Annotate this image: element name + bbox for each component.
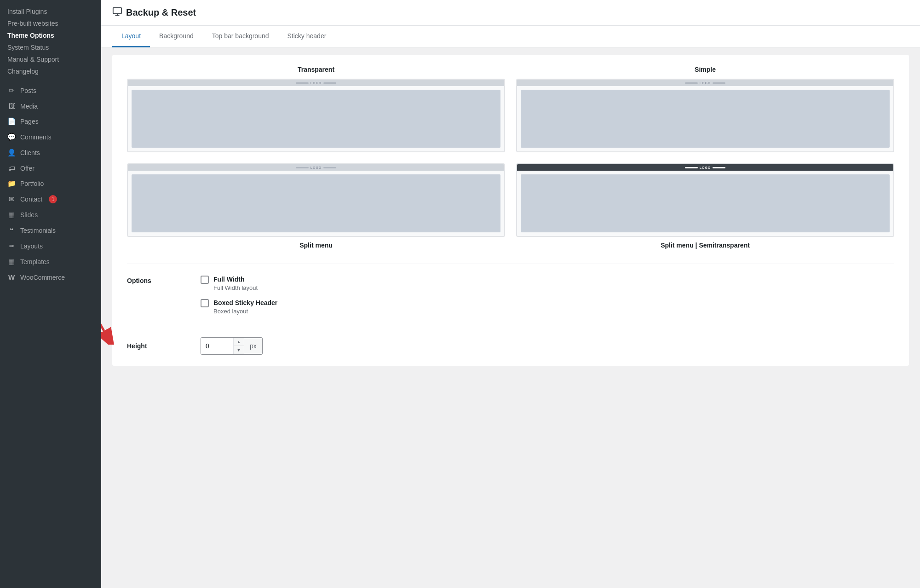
preview-topbar-transparent: LOGO (128, 80, 504, 86)
layout-option-split-menu[interactable]: LOGO Split menu (127, 163, 505, 249)
sidebar-item-templates[interactable]: ▦ Templates (0, 254, 101, 270)
sidebar-item-system-status[interactable]: System Status (0, 41, 101, 53)
preview-topbar-split: LOGO (128, 164, 504, 171)
posts-icon: ✏ (7, 86, 16, 95)
full-width-label: Full Width (213, 275, 258, 283)
preview-topbar-simple: LOGO (517, 80, 893, 86)
sidebar-item-posts[interactable]: ✏ Posts (0, 83, 101, 98)
contact-badge: 1 (49, 195, 57, 203)
sidebar-item-manual-support[interactable]: Manual & Support (0, 53, 101, 65)
svg-rect-0 (113, 8, 121, 14)
sidebar-item-pre-built-websites[interactable]: Pre-built websites (0, 17, 101, 29)
layout-option-simple[interactable]: Simple LOGO (516, 66, 894, 152)
height-input-group: ▲ ▼ px (201, 337, 263, 355)
height-decrement-button[interactable]: ▼ (234, 346, 244, 354)
sidebar-item-pages[interactable]: 📄 Pages (0, 114, 101, 129)
sidebar-item-portfolio[interactable]: 📁 Portfolio (0, 176, 101, 191)
header-bar: Backup & Reset (101, 0, 920, 26)
preview-line (685, 167, 698, 168)
tabs-bar: Layout Background Top bar background Sti… (101, 26, 920, 47)
layout-preview-transparent: LOGO (127, 79, 505, 152)
sidebar-item-media[interactable]: 🖼 Media (0, 98, 101, 114)
clients-icon: 👤 (7, 149, 16, 157)
preview-logo: LOGO (700, 81, 711, 85)
sidebar-item-clients[interactable]: 👤 Clients (0, 145, 101, 161)
preview-line-right (323, 167, 336, 168)
tab-layout[interactable]: Layout (112, 26, 150, 47)
preview-content-semi (521, 174, 890, 232)
option-full-width: Full Width Full Width layout (201, 275, 277, 291)
layout-options-grid: Transparent LOGO Simple (127, 66, 894, 249)
tab-top-bar-background[interactable]: Top bar background (203, 26, 278, 47)
comments-icon: 💬 (7, 133, 16, 141)
full-width-checkbox[interactable] (201, 276, 209, 284)
preview-line (685, 82, 698, 84)
height-input[interactable] (201, 339, 233, 353)
options-section: Options Full Width Full Width layout (127, 264, 894, 315)
sidebar-item-testimonials[interactable]: ❝ Testimonials (0, 223, 101, 238)
full-width-desc: Full Width layout (213, 284, 258, 291)
preview-content-transparent (132, 90, 500, 148)
offer-icon: 🏷 (7, 164, 16, 172)
main-content: Backup & Reset Layout Background Top bar… (101, 0, 920, 588)
options-row: Options Full Width Full Width layout (127, 275, 894, 315)
height-section: Height ▲ ▼ px (127, 326, 894, 355)
layout-preview-semi: LOGO (516, 163, 894, 237)
layouts-icon: ✏ (7, 242, 16, 250)
content-area: Transparent LOGO Simple (101, 47, 920, 588)
sidebar-item-comments[interactable]: 💬 Comments (0, 129, 101, 145)
options-label: Options (127, 275, 182, 284)
pages-icon: 📄 (7, 117, 16, 126)
height-label: Height (127, 342, 182, 350)
backup-icon (112, 6, 122, 19)
sidebar-item-install-plugins[interactable]: Install Plugins (0, 6, 101, 17)
preview-content-simple (521, 90, 890, 148)
sidebar-item-contact[interactable]: ✉ Contact 1 (0, 191, 101, 207)
preview-line (296, 82, 309, 84)
preview-line (296, 167, 309, 168)
layout-option-split-semi[interactable]: LOGO Split menu | Semitransparent (516, 163, 894, 249)
tab-sticky-header[interactable]: Sticky header (278, 26, 336, 47)
sidebar-item-woocommerce[interactable]: W WooCommerce (0, 270, 101, 285)
layout-panel: Transparent LOGO Simple (112, 55, 909, 366)
sidebar-item-theme-options[interactable]: Theme Options (0, 29, 101, 41)
templates-icon: ▦ (7, 258, 16, 266)
sidebar-item-changelog[interactable]: Changelog (0, 65, 101, 77)
preview-line-right (713, 167, 725, 168)
testimonials-icon: ❝ (7, 226, 16, 235)
layout-preview-simple: LOGO (516, 79, 894, 152)
portfolio-icon: 📁 (7, 179, 16, 188)
height-spinners: ▲ ▼ (233, 338, 244, 354)
layout-preview-split: LOGO (127, 163, 505, 237)
preview-line-right (323, 82, 336, 84)
preview-logo: LOGO (310, 166, 322, 169)
preview-logo: LOGO (310, 81, 322, 85)
boxed-sticky-desc: Boxed layout (213, 308, 277, 315)
slides-icon: ▦ (7, 211, 16, 219)
media-icon: 🖼 (7, 102, 16, 110)
preview-logo: LOGO (700, 166, 711, 169)
sidebar-item-slides[interactable]: ▦ Slides (0, 207, 101, 223)
tab-background[interactable]: Background (150, 26, 203, 47)
preview-topbar-semi: LOGO (517, 164, 893, 171)
layout-option-transparent[interactable]: Transparent LOGO (127, 66, 505, 152)
boxed-sticky-header-checkbox[interactable] (201, 299, 209, 307)
preview-line-right (713, 82, 725, 84)
boxed-sticky-label: Boxed Sticky Header (213, 299, 277, 307)
preview-content-split (132, 174, 500, 232)
sidebar: Install Plugins Pre-built websites Theme… (0, 0, 101, 588)
woocommerce-icon: W (7, 273, 16, 281)
page-title: Backup & Reset (126, 7, 196, 18)
height-unit: px (244, 339, 262, 353)
option-boxed-sticky-header: Boxed Sticky Header Boxed layout (201, 299, 277, 315)
sidebar-item-offer[interactable]: 🏷 Offer (0, 161, 101, 176)
contact-icon: ✉ (7, 195, 16, 203)
height-increment-button[interactable]: ▲ (234, 338, 244, 346)
sidebar-item-layouts[interactable]: ✏ Layouts (0, 238, 101, 254)
options-list: Full Width Full Width layout Boxed Stick… (201, 275, 277, 315)
